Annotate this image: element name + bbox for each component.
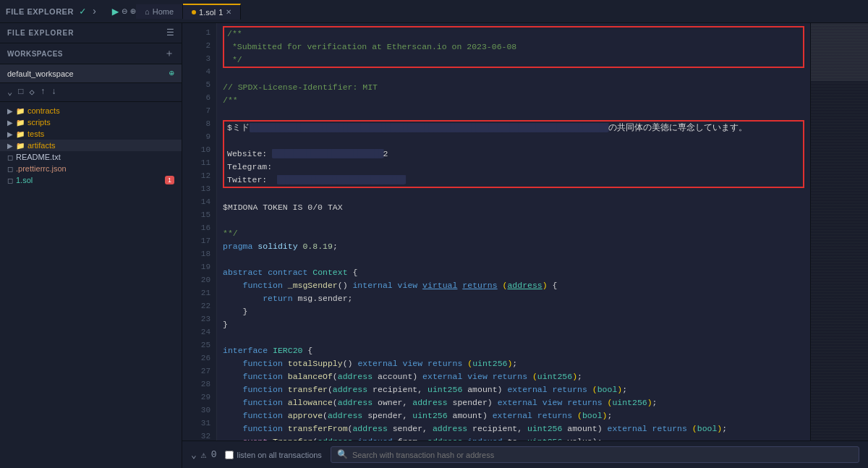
- chevron-right-icon: ▶: [7, 130, 13, 138]
- sol-tab-number: 1: [218, 8, 223, 17]
- editor-area: 1234 5678 9101112 13141516 17181920 2122…: [182, 23, 868, 468]
- tree-item-label: scripts: [27, 118, 51, 127]
- zoom-in-button[interactable]: ⊕: [130, 6, 136, 17]
- sidebar: FILE EXPLORER ☰ WORKSPACES ＋ default_wor…: [0, 23, 182, 468]
- code-line-20: function _msgSender() internal view virt…: [223, 279, 804, 292]
- home-tab[interactable]: ⌂ Home: [136, 4, 183, 19]
- tree-folder-contracts[interactable]: ▶ 📁 contracts: [0, 105, 182, 116]
- code-line-13: [223, 188, 804, 201]
- code-line-31: function transferFrom(address sender, ad…: [223, 422, 804, 435]
- home-icon: ⌂: [145, 7, 150, 16]
- minimap-viewport-highlight: [811, 23, 868, 81]
- code-line-21: return msg.sender;: [223, 292, 804, 305]
- code-line-10: Website: ██████████████████████████2: [223, 148, 804, 161]
- folder-icon: 📁: [16, 142, 25, 150]
- tab-close-button[interactable]: ✕: [226, 8, 231, 16]
- code-line-25: interface IERC20 {: [223, 344, 804, 357]
- code-line-22: }: [223, 305, 804, 318]
- tab-modified-dot: [192, 10, 196, 14]
- listen-transactions-checkbox[interactable]: listen on all transactions: [225, 451, 321, 459]
- search-input[interactable]: [352, 451, 853, 459]
- chevron-right-icon: ▶: [7, 119, 13, 127]
- home-tab-label: Home: [153, 7, 174, 16]
- code-line-16: **/: [223, 227, 804, 240]
- sidebar-git-icon[interactable]: ◇: [29, 87, 34, 98]
- tree-folder-artifacts[interactable]: ▶ 📁 artifacts: [0, 140, 182, 151]
- tree-item-label: 1.sol: [16, 176, 33, 184]
- transaction-search[interactable]: 🔍: [331, 446, 859, 463]
- workspaces-label: WORKSPACES: [7, 50, 63, 58]
- code-line-15: [223, 214, 804, 227]
- folder-icon: 📁: [16, 107, 25, 115]
- zoom-controls: ⊖ ⊕: [122, 6, 136, 17]
- tree-file-readme[interactable]: ◻ README.txt: [0, 151, 182, 163]
- workspace-item[interactable]: default_workspace ⊕: [0, 64, 182, 83]
- folder-icon: 📁: [16, 119, 25, 127]
- error-badge: 1: [165, 176, 174, 184]
- file-explorer-header-label: FILE EXPLORER: [7, 29, 74, 37]
- zoom-out-button[interactable]: ⊖: [122, 6, 127, 17]
- tab-bar: ▶ ⊖ ⊕ ⌂ Home 1.sol 1 ✕: [109, 4, 242, 20]
- code-line-11: Telegram:: [223, 161, 804, 174]
- tree-item-label: README.txt: [16, 153, 61, 161]
- code-line-12: Twitter: ██████████████████████████████: [223, 174, 804, 188]
- file-tree: ▶ 📁 contracts ▶ 📁 scripts ▶ 📁 tests ▶ 📁 …: [0, 102, 182, 468]
- tree-item-label: artifacts: [27, 141, 56, 150]
- add-workspace-button[interactable]: ＋: [164, 47, 174, 60]
- code-line-27: function balanceOf(address account) exte…: [223, 370, 804, 383]
- main-area: FILE EXPLORER ☰ WORKSPACES ＋ default_wor…: [0, 23, 868, 468]
- code-line-18: [223, 253, 804, 266]
- listen-checkbox-input[interactable]: [225, 451, 234, 459]
- bottom-zero-count: 0: [211, 449, 217, 460]
- bottom-arrow-icon[interactable]: ⌄: [191, 449, 197, 461]
- sol-tab[interactable]: 1.sol 1 ✕: [183, 4, 241, 20]
- workspace-icon: ⊕: [169, 68, 174, 79]
- tree-file-1sol[interactable]: ◻ 1.sol 1: [0, 174, 182, 186]
- code-line-2: *Submitted for verification at Etherscan…: [223, 41, 804, 54]
- tree-file-prettierrc[interactable]: ◻ .prettierrc.json: [0, 163, 182, 174]
- sidebar-upload-icon[interactable]: ↑: [41, 87, 46, 98]
- arrow-icon: ›: [91, 6, 97, 17]
- check-icon: ✓: [80, 5, 85, 17]
- code-line-24: [223, 331, 804, 344]
- code-line-32: event Transfer(address indexed from, add…: [223, 435, 804, 441]
- sidebar-info-icon[interactable]: □: [18, 87, 23, 98]
- tree-item-label: .prettierrc.json: [16, 164, 67, 173]
- code-line-26: function totalSupply() external view ret…: [223, 357, 804, 370]
- run-button[interactable]: ▶: [109, 4, 122, 19]
- tree-item-label: contracts: [27, 106, 60, 115]
- folder-icon: 📁: [16, 130, 25, 138]
- file-icon: ◻: [7, 176, 13, 184]
- code-line-3: */: [223, 54, 804, 68]
- code-line-1: /**: [223, 26, 804, 41]
- code-line-23: }: [223, 318, 804, 331]
- top-bar: FILE EXPLORER ✓ › ▶ ⊖ ⊕ ⌂ Home 1.sol 1 ✕: [0, 0, 868, 23]
- code-editor[interactable]: /** *Submitted for verification at Ether…: [217, 23, 810, 441]
- code-line-5: // SPDX-License-Identifier: MIT: [223, 81, 804, 94]
- code-line-17: pragma solidity 0.8.19;: [223, 240, 804, 253]
- bottom-bar: ⌄ ⚠ 0 listen on all transactions 🔍: [182, 441, 868, 468]
- search-icon: 🔍: [337, 449, 348, 460]
- bottom-warning-icon[interactable]: ⚠: [201, 449, 207, 461]
- sidebar-folder-icon[interactable]: ⌄: [7, 87, 12, 98]
- tree-folder-scripts[interactable]: ▶ 📁 scripts: [0, 116, 182, 128]
- workspaces-header: WORKSPACES ＋: [0, 43, 182, 64]
- minimap-content: [811, 23, 868, 441]
- editor-body: 1234 5678 9101112 13141516 17181920 2122…: [182, 23, 868, 441]
- code-line-9: [223, 135, 804, 148]
- tree-item-label: tests: [27, 129, 44, 138]
- code-line-28: function transfer(address recipient, uin…: [223, 383, 804, 396]
- code-line-7: [223, 107, 804, 120]
- sidebar-toolbar: ⌄ □ ◇ ↑ ↓: [0, 83, 182, 102]
- code-line-8: $ミド█████████████████████████████████████…: [223, 120, 804, 135]
- sidebar-action-1[interactable]: ☰: [166, 27, 174, 38]
- workspace-name: default_workspace: [7, 69, 74, 78]
- chevron-right-icon: ▶: [7, 142, 13, 150]
- sidebar-download-icon[interactable]: ↓: [51, 87, 56, 98]
- code-line-14: $MIDONA TOKEN IS 0/0 TAX: [223, 201, 804, 214]
- file-icon: ◻: [7, 153, 13, 161]
- tree-folder-tests[interactable]: ▶ 📁 tests: [0, 128, 182, 140]
- code-line-6: /**: [223, 94, 804, 107]
- minimap: [810, 23, 868, 441]
- file-explorer-title: FILE EXPLORER: [6, 7, 74, 16]
